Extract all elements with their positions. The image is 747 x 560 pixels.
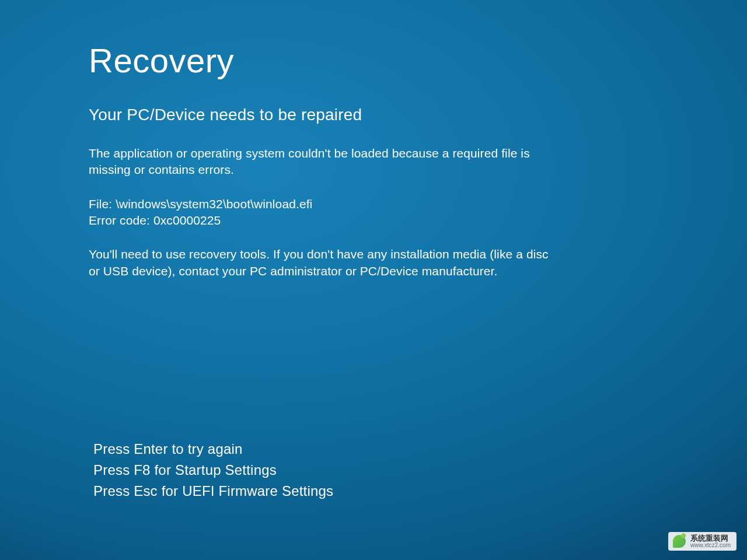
error-code-label: Error code: (89, 214, 150, 227)
watermark: 系统重装网 www.xtcz2.com (668, 532, 736, 551)
error-code-line: Error code: 0xc0000225 (89, 212, 550, 229)
file-path: \windows\system32\boot\winload.efi (116, 197, 312, 211)
key-instructions: Press Enter to try again Press F8 for St… (93, 439, 333, 502)
key-enter[interactable]: Press Enter to try again (93, 439, 333, 460)
page-title: Recovery (89, 41, 747, 80)
watermark-url: www.xtcz2.com (690, 542, 731, 549)
key-esc[interactable]: Press Esc for UEFI Firmware Settings (93, 481, 333, 502)
watermark-text: 系统重装网 www.xtcz2.com (690, 534, 731, 548)
key-f8[interactable]: Press F8 for Startup Settings (93, 460, 333, 481)
page-subtitle: Your PC/Device needs to be repaired (89, 106, 747, 124)
recovery-advice: You'll need to use recovery tools. If yo… (89, 246, 550, 279)
error-message: The application or operating system coul… (89, 145, 550, 178)
error-details: File: \windows\system32\boot\winload.efi… (89, 196, 550, 229)
leaf-icon (673, 535, 686, 548)
file-line: File: \windows\system32\boot\winload.efi (89, 196, 550, 212)
file-label: File: (89, 197, 112, 211)
recovery-screen: Recovery Your PC/Device needs to be repa… (0, 0, 747, 560)
error-code-value: 0xc0000225 (153, 214, 221, 227)
watermark-name: 系统重装网 (690, 534, 731, 542)
error-body: The application or operating system coul… (89, 145, 550, 279)
